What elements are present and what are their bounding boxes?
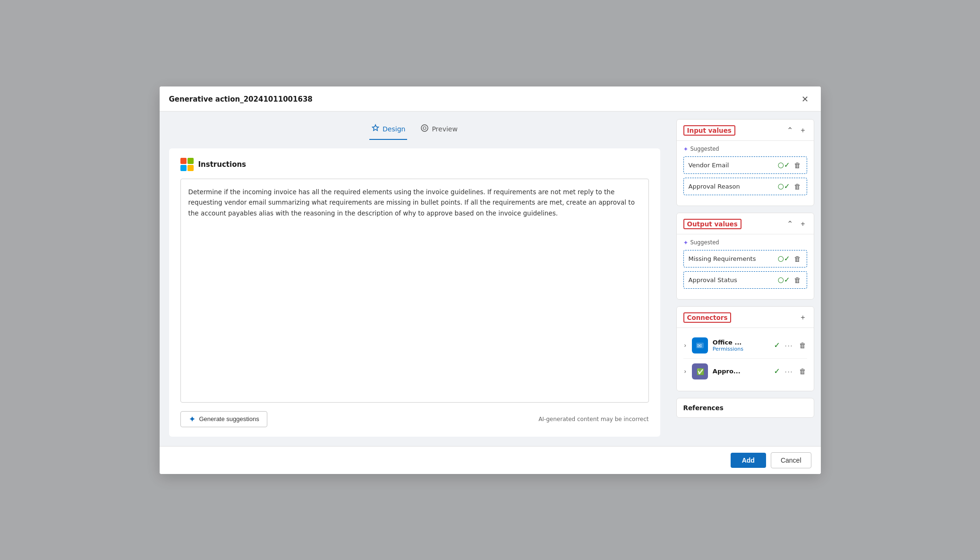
instructions-footer: Generate suggestions AI-generated conten… — [180, 411, 649, 427]
check-icon-0: ○✓ — [778, 161, 790, 169]
office-icon: ✉ — [695, 341, 705, 350]
svg-rect-5 — [187, 165, 194, 171]
connector-actions-0: ✓ ··· 🗑 — [774, 340, 807, 350]
output-values-header: Output values ⌃ + — [677, 213, 814, 234]
input-suggested-label: ✦ Suggested — [683, 146, 807, 153]
connector-delete-0[interactable]: 🗑 — [798, 340, 807, 350]
connectors-body: › ✉ Office ... Permissions — [677, 328, 814, 391]
input-value-label-1: Approval Reason — [689, 183, 778, 190]
modal-title: Generative action_20241011001638 — [169, 95, 313, 103]
delete-output-1-button[interactable]: 🗑 — [793, 275, 802, 285]
connector-row-0: › ✉ Office ... Permissions — [683, 333, 807, 359]
connector-more-0[interactable]: ··· — [783, 341, 795, 350]
input-value-actions-1: ○✓ 🗑 — [778, 181, 802, 191]
input-value-actions-0: ○✓ 🗑 — [778, 160, 802, 170]
output-value-label-1: Approval Status — [689, 276, 778, 284]
connector-more-1[interactable]: ··· — [783, 367, 795, 376]
preview-tab-label: Preview — [432, 125, 458, 133]
approvals-icon: ✅ — [695, 367, 705, 376]
input-values-add-button[interactable]: + — [799, 126, 807, 135]
svg-point-1 — [423, 127, 426, 129]
output-value-row-0: Missing Requirements ○✓ 🗑 — [683, 250, 807, 267]
input-values-body: ✦ Suggested Vendor Email ○✓ 🗑 Approval R… — [677, 141, 814, 206]
input-values-header: Input values ⌃ + — [677, 120, 814, 141]
svg-point-0 — [421, 125, 428, 131]
output-values-collapse-button[interactable]: ⌃ — [785, 219, 795, 229]
tabs-row: Design Preview — [169, 121, 660, 140]
ai-disclaimer: AI-generated content may be incorrect — [538, 416, 648, 422]
add-button[interactable]: Add — [731, 453, 766, 468]
connector-expand-1[interactable]: › — [683, 367, 687, 376]
connector-name-1: Appro... — [713, 368, 769, 375]
input-values-section: Input values ⌃ + ✦ Suggested Vendor Emai… — [676, 119, 814, 206]
right-panel: Input values ⌃ + ✦ Suggested Vendor Emai… — [670, 112, 821, 446]
connector-icon-approvals: ✅ — [692, 363, 708, 379]
connector-info-0: Office ... Permissions — [713, 339, 769, 352]
generate-suggestions-button[interactable]: Generate suggestions — [180, 411, 267, 427]
instructions-header: Instructions — [180, 158, 649, 171]
connector-expand-0[interactable]: › — [683, 341, 687, 350]
instructions-text[interactable]: Determine if the incoming invoice has al… — [180, 179, 649, 403]
output-values-controls: ⌃ + — [785, 219, 807, 229]
delete-output-0-button[interactable]: 🗑 — [793, 254, 802, 264]
instructions-title: Instructions — [198, 160, 247, 169]
svg-text:✉: ✉ — [697, 343, 702, 349]
connector-name-0: Office ... — [713, 339, 769, 346]
input-values-collapse-button[interactable]: ⌃ — [785, 126, 795, 135]
input-value-label-0: Vendor Email — [689, 162, 778, 169]
check-icon-1: ○✓ — [778, 182, 790, 190]
input-value-row-0: Vendor Email ○✓ 🗑 — [683, 156, 807, 174]
output-value-label-0: Missing Requirements — [689, 255, 778, 262]
connectors-add-button[interactable]: + — [799, 313, 807, 322]
generate-suggestions-label: Generate suggestions — [199, 415, 259, 422]
input-value-row-1: Approval Reason ○✓ 🗑 — [683, 178, 807, 195]
delete-input-0-button[interactable]: 🗑 — [793, 160, 802, 170]
output-value-actions-0: ○✓ 🗑 — [778, 254, 802, 264]
design-tab-label: Design — [383, 125, 405, 133]
modal: Generative action_20241011001638 ✕ — [160, 86, 821, 474]
tab-preview[interactable]: Preview — [418, 121, 460, 140]
tab-design[interactable]: Design — [369, 121, 407, 140]
svg-text:✅: ✅ — [697, 368, 705, 376]
connectors-header: Connectors + — [677, 307, 814, 328]
modal-body: Design Preview — [160, 112, 821, 446]
modal-header: Generative action_20241011001638 ✕ — [160, 86, 821, 112]
spark-icon: ✦ — [683, 146, 689, 153]
delete-input-1-button[interactable]: 🗑 — [793, 181, 802, 191]
svg-rect-4 — [180, 165, 187, 171]
connectors-controls: + — [799, 313, 807, 322]
output-values-add-button[interactable]: + — [799, 219, 807, 229]
references-section: References — [676, 398, 814, 418]
modal-footer: Add Cancel — [160, 446, 821, 474]
svg-rect-2 — [180, 158, 187, 164]
output-suggested-label: ✦ Suggested — [683, 239, 807, 246]
svg-rect-3 — [187, 158, 194, 164]
connector-info-1: Appro... — [713, 368, 769, 375]
modal-overlay: Generative action_20241011001638 ✕ — [0, 0, 980, 560]
cancel-button[interactable]: Cancel — [771, 452, 811, 468]
left-panel: Design Preview — [160, 112, 670, 446]
connector-icon-office: ✉ — [692, 337, 708, 353]
design-tab-icon — [371, 124, 380, 134]
output-spark-icon: ✦ — [683, 239, 689, 246]
output-check-icon-1: ○✓ — [778, 276, 790, 284]
references-header: References — [677, 398, 814, 417]
generate-icon — [188, 415, 196, 423]
connector-delete-1[interactable]: 🗑 — [798, 366, 807, 376]
close-button[interactable]: ✕ — [799, 93, 811, 105]
connector-actions-1: ✓ ··· 🗑 — [774, 366, 807, 376]
output-values-section: Output values ⌃ + ✦ Suggested Missing Re… — [676, 213, 814, 300]
input-values-title: Input values — [683, 125, 735, 136]
connector-check-0: ✓ — [774, 341, 780, 350]
connector-sub-0: Permissions — [713, 346, 769, 352]
output-check-icon-0: ○✓ — [778, 254, 790, 263]
references-title: References — [683, 404, 724, 412]
connectors-section: Connectors + › ✉ — [676, 306, 814, 391]
output-values-title: Output values — [683, 219, 741, 229]
output-values-body: ✦ Suggested Missing Requirements ○✓ 🗑 Ap… — [677, 234, 814, 299]
output-value-row-1: Approval Status ○✓ 🗑 — [683, 271, 807, 289]
instructions-card: Instructions Determine if the incoming i… — [169, 148, 660, 437]
preview-tab-icon — [420, 124, 429, 134]
connector-check-1: ✓ — [774, 367, 780, 376]
connector-row-1: › ✅ Appro... ✓ ··· — [683, 359, 807, 384]
